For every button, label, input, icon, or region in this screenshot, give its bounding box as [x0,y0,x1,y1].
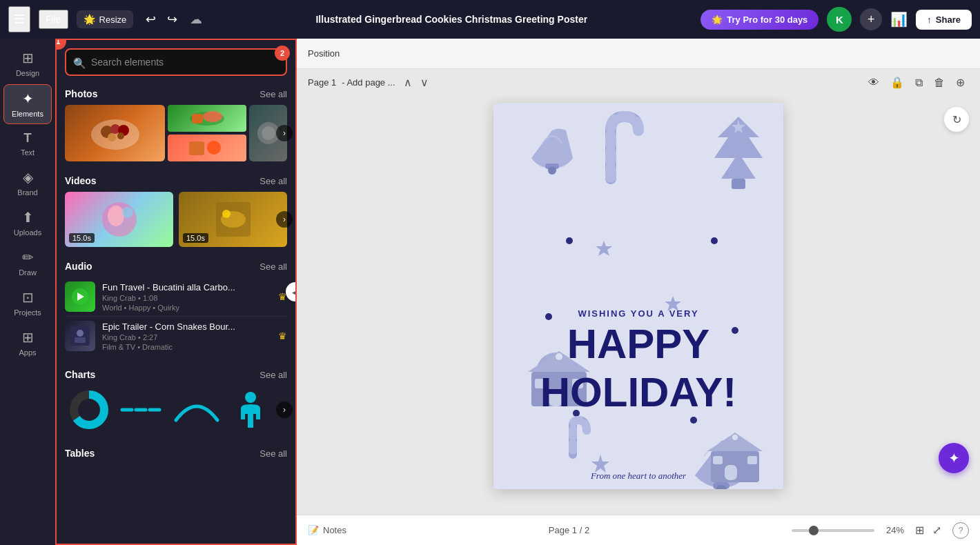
svg-point-36 [732,327,738,334]
sidebar-item-text[interactable]: T Text [3,126,52,162]
sidebar-item-elements[interactable]: ✦ Elements [3,84,52,124]
notes-label: Notes [323,525,346,535]
magic-button[interactable]: ✦ [939,443,969,473]
sidebar-label-brand: Brand [17,188,37,197]
svg-point-4 [108,133,116,141]
audio-art-1 [70,287,90,306]
chart-arc[interactable] [173,386,221,434]
svg-rect-9 [189,141,204,155]
undo-button[interactable]: ↩ [141,9,160,30]
lock-button[interactable]: 🔒 [886,75,908,90]
pro-star-icon: 🌟 [712,14,723,25]
canvas-refresh-button[interactable]: ↻ [944,107,969,132]
search-input[interactable] [65,48,287,76]
sidebar-item-design[interactable]: ⊞ Design [3,44,52,83]
share-button[interactable]: ↑ Share [916,10,972,30]
resize-button[interactable]: 🌟 Resize [77,10,134,28]
sidebar-item-projects[interactable]: ⊡ Projects [3,284,52,322]
videos-grid: 15.0s 15.0s › [65,192,287,247]
zoom-slider[interactable] [792,529,874,532]
photo-item-main[interactable] [65,105,165,161]
charts-next-arrow[interactable]: › [276,402,293,418]
chart-line[interactable] [119,386,167,434]
svg-point-34 [711,237,718,244]
file-menu-button[interactable]: File [39,10,68,29]
avatar[interactable]: K [827,7,852,32]
video-item-2[interactable]: 15.0s [179,192,287,247]
sidebar-label-apps: Apps [19,348,36,357]
copy-button[interactable]: ⧉ [911,75,927,90]
audio-meta-2: King Crab • 2:27 [102,333,271,341]
audio-title: Audio [65,261,92,272]
svg-point-14 [108,206,124,226]
fullscreen-button[interactable]: ⤢ [930,522,944,538]
add-button[interactable]: + [860,8,882,30]
sidebar-item-uploads[interactable]: ⬆ Uploads [3,204,52,242]
design-icon: ⊞ [22,50,34,66]
coin-icon: 🌟 [84,14,95,25]
audio-item-1[interactable]: Fun Travel - Bucatini alla Carbo... King… [65,277,287,317]
videos-section: Videos See all 15.0s [57,168,295,254]
sidebar-item-apps[interactable]: ⊞ Apps [3,324,52,362]
video-thumb-2 [213,199,254,240]
photos-next-arrow[interactable]: › [276,125,293,141]
main-layout: ⊞ Design ✦ Elements T Text ◈ Brand ⬆ Upl… [0,39,980,545]
grid-view-button[interactable]: ⊞ [912,522,927,538]
chart-donut[interactable] [65,386,113,434]
video-1-duration: 15.0s [69,233,95,243]
audio-see-all[interactable]: See all [259,261,287,272]
notes-button[interactable]: 📝 Notes [308,525,346,535]
charts-header: Charts See all [65,369,287,380]
chart-person[interactable] [226,386,275,434]
svg-rect-63 [725,465,737,480]
sidebar: ⊞ Design ✦ Elements T Text ◈ Brand ⬆ Upl… [0,39,55,545]
view-buttons: ⊞ ⤢ [912,522,944,538]
page-navigation: ∧ ∨ [401,75,431,90]
video-item-1[interactable]: 15.0s [65,192,173,247]
next-page-button[interactable]: ∨ [418,75,431,90]
hide-button[interactable]: 👁 [864,75,883,90]
videos-next-arrow[interactable]: › [276,211,293,228]
photos-see-all[interactable]: See all [259,89,287,99]
save-cloud-button[interactable]: ☁ [190,12,202,27]
redo-button[interactable]: ↪ [163,9,182,30]
charts-see-all[interactable]: See all [259,370,287,380]
delete-button[interactable]: 🗑 [930,75,949,90]
canvas-toolbar: Position [297,39,980,69]
tables-section: Tables See all [57,441,295,467]
try-pro-button[interactable]: 🌟 Try Pro for 30 days [700,10,819,30]
pro-crown-2: ♛ [278,330,287,341]
photo-item-3[interactable] [168,135,246,161]
analytics-button[interactable]: 📊 [890,11,908,28]
donut-chart-svg [68,389,110,430]
tables-see-all[interactable]: See all [259,448,287,459]
sidebar-item-draw[interactable]: ✏ Draw [3,244,52,282]
text-icon: T [24,131,32,146]
undo-redo-group: ↩ ↪ [141,9,182,30]
svg-rect-64 [713,456,723,464]
page-indicator: Page 1 / 2 [549,525,589,535]
video-thumb-1 [99,199,140,240]
brand-icon: ◈ [23,169,33,186]
audio-section: Audio See all Fun Travel - Bucatini alla… [57,254,295,362]
svg-rect-7 [192,114,203,123]
poster-svg: WISHING YOU A VERY HAPPY HOLIDAY! From o… [493,103,783,489]
videos-see-all[interactable]: See all [259,176,287,186]
audio-item-2[interactable]: Epic Trailer - Corn Snakes Bour... King … [65,317,287,355]
audio-tags-1: World • Happy • Quirky [102,304,271,312]
add-page-label[interactable]: - Add page ... [342,77,395,88]
svg-point-8 [203,111,222,122]
photo-item-2[interactable] [168,105,246,132]
prev-page-button[interactable]: ∧ [401,75,415,90]
svg-point-66 [732,435,738,440]
svg-point-58 [556,353,562,360]
charts-section: Charts See all [57,362,295,441]
help-button[interactable]: ? [952,522,969,539]
sidebar-item-brand[interactable]: ◈ Brand [3,164,52,202]
audio-title-1: Fun Travel - Bucatini alla Carbo... [102,282,271,293]
add-section-button[interactable]: ⊕ [952,75,969,90]
sidebar-label-draw: Draw [19,268,37,277]
audio-title-2: Epic Trailer - Corn Snakes Bour... [102,321,271,332]
menu-button[interactable]: ☰ [8,6,30,32]
apps-icon: ⊞ [22,329,34,346]
